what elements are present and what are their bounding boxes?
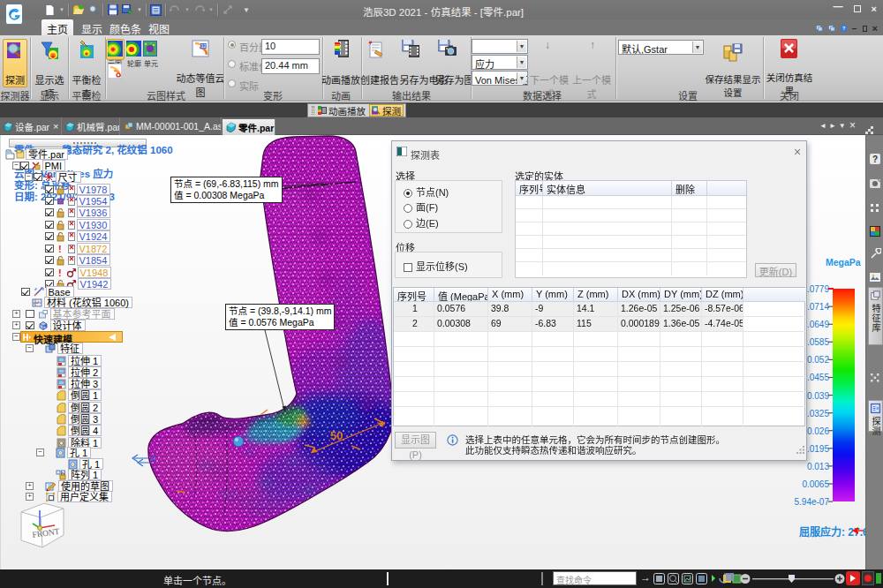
svg-text:50: 50 (330, 429, 343, 442)
svg-text:?: ? (842, 26, 845, 31)
svg-text:?: ? (872, 155, 878, 164)
svg-text:12: 12 (200, 43, 206, 49)
